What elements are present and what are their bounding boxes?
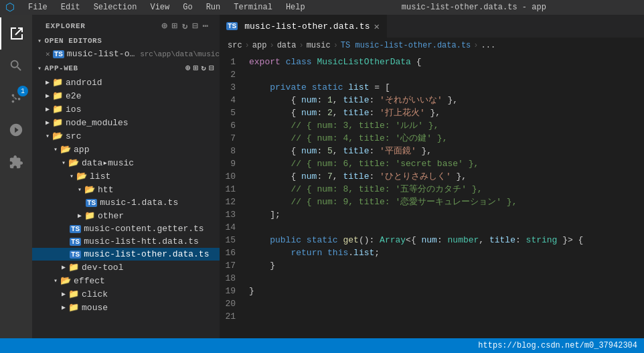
line-num-10: 10 xyxy=(220,170,246,183)
search-activity-icon[interactable] xyxy=(0,50,32,82)
code-editor[interactable]: 1 export class MusicListOtherData { 2 3 … xyxy=(220,53,644,338)
tree-mouse[interactable]: ▶ 📁 mouse xyxy=(32,301,220,314)
tree-htt[interactable]: ▾ 📂 htt xyxy=(32,183,220,196)
tab-ts-icon: TS xyxy=(226,22,238,30)
line-num-18: 18 xyxy=(220,272,246,285)
other-chevron: ▶ xyxy=(78,212,82,220)
code-line-13: 13 ]; xyxy=(220,208,644,221)
app-web-actions: ⊕ ⊞ ↻ ⊟ xyxy=(185,63,214,73)
htt-chevron: ▾ xyxy=(78,186,82,194)
source-control-badge: 1 xyxy=(17,86,28,96)
menu-view[interactable]: View xyxy=(146,3,173,12)
vscode-logo: ⬡ xyxy=(5,1,15,14)
debug-activity-icon[interactable] xyxy=(0,114,32,146)
node-modules-label: node_modules xyxy=(66,118,129,128)
tree-ios[interactable]: ▶ 📁 ios xyxy=(32,102,220,116)
extensions-activity-icon[interactable] xyxy=(0,146,32,178)
editor-area: TS music-list-other.data.ts ✕ src › app … xyxy=(220,15,644,338)
tree-node-modules[interactable]: ▶ 📁 node_modules xyxy=(32,116,220,129)
new-file-icon[interactable]: ⊕ xyxy=(161,20,167,31)
breadcrumb-sep-1: › xyxy=(245,41,250,50)
close-editor-icon[interactable]: ✕ xyxy=(46,50,50,58)
new-file-btn[interactable]: ⊕ xyxy=(185,63,191,73)
tree-effect[interactable]: ▾ 📂 effect xyxy=(32,274,220,287)
code-line-10: 10 { num: 7, title: 'ひとりさみしく' }, xyxy=(220,170,644,183)
refresh-icon[interactable]: ↻ xyxy=(182,20,188,31)
tree-e2e[interactable]: ▶ 📁 e2e xyxy=(32,89,220,102)
tree-other[interactable]: ▶ 📁 other xyxy=(32,209,220,222)
tree-music-list-htt[interactable]: TS music-list-htt.data.ts xyxy=(32,235,220,248)
tree-app[interactable]: ▾ 📂 app xyxy=(32,143,220,156)
open-editors-section[interactable]: ▾ OPEN EDITORS xyxy=(32,34,220,48)
line-num-11: 11 xyxy=(220,183,246,196)
status-url[interactable]: https://blog.csdn.net/m0_37942304 xyxy=(478,341,637,350)
tree-music-content-getter[interactable]: TS music-content.getter.ts xyxy=(32,222,220,235)
menu-edit[interactable]: Edit xyxy=(57,3,84,12)
line-num-2: 2 xyxy=(220,68,246,81)
line-num-16: 16 xyxy=(220,246,246,259)
app-web-section[interactable]: ▾ APP-WEB ⊕ ⊞ ↻ ⊟ xyxy=(32,60,220,76)
menu-terminal[interactable]: Terminal xyxy=(230,3,276,12)
code-line-6: 6 // { num: 3, title: 'ルル' }, xyxy=(220,119,644,132)
app-web-chevron: ▾ xyxy=(37,64,42,72)
tree-list[interactable]: ▾ 📂 list xyxy=(32,169,220,183)
tree-src[interactable]: ▾ 📂 src xyxy=(32,129,220,143)
e2e-label: e2e xyxy=(66,91,81,101)
folder-icon-data-music: 📂 xyxy=(68,157,79,168)
breadcrumb-data[interactable]: data xyxy=(277,41,297,50)
code-content-7: // { num: 4, title: '心の鍵' }, xyxy=(246,132,447,145)
more-actions-icon[interactable]: ⋯ xyxy=(203,20,209,31)
code-line-16: 16 return this.list; xyxy=(220,246,644,259)
code-line-7: 7 // { num: 4, title: '心の鍵' }, xyxy=(220,132,644,145)
line-num-9: 9 xyxy=(220,157,246,170)
collapse-all-icon[interactable]: ⊟ xyxy=(192,20,198,31)
e2e-chevron: ▶ xyxy=(46,92,50,100)
menu-run[interactable]: Run xyxy=(202,3,225,12)
ts-icon-list-other: TS xyxy=(70,251,81,259)
tree-android[interactable]: ▶ 📁 android xyxy=(32,76,220,89)
line-num-6: 6 xyxy=(220,119,246,132)
tree-music-1[interactable]: TS music-1.data.ts xyxy=(32,196,220,209)
menu-file[interactable]: File xyxy=(24,3,52,12)
tab-close-icon[interactable]: ✕ xyxy=(374,21,379,32)
effect-chevron: ▾ xyxy=(54,277,58,285)
tree-dev-tool[interactable]: ▶ 📁 dev-tool xyxy=(32,261,220,274)
breadcrumb-file[interactable]: TS music-list-other.data.ts xyxy=(341,41,471,50)
new-folder-icon[interactable]: ⊞ xyxy=(172,20,178,31)
menu-go[interactable]: Go xyxy=(179,3,196,12)
code-line-15: 15 public static get(): Array<{ num: num… xyxy=(220,234,644,246)
code-line-5: 5 { num: 2, title: '打上花火' }, xyxy=(220,107,644,119)
breadcrumb-more[interactable]: ... xyxy=(481,41,496,50)
dev-tool-label: dev-tool xyxy=(82,263,123,273)
mouse-chevron: ▶ xyxy=(62,303,66,311)
refresh-btn[interactable]: ↻ xyxy=(201,63,206,73)
ios-label: ios xyxy=(66,104,81,115)
tree-click[interactable]: ▶ 📁 click xyxy=(32,287,220,301)
breadcrumb-app[interactable]: app xyxy=(252,41,267,50)
tree-data-music[interactable]: ▾ 📂 data▸music xyxy=(32,156,220,169)
line-num-15: 15 xyxy=(220,234,246,246)
code-line-1: 1 export class MusicListOtherData { xyxy=(220,56,644,68)
line-num-5: 5 xyxy=(220,107,246,119)
explorer-activity-icon[interactable] xyxy=(0,17,32,50)
folder-icon-e2e: 📁 xyxy=(52,90,63,101)
source-control-activity-icon[interactable]: 1 xyxy=(0,82,32,114)
folder-icon-click: 📁 xyxy=(68,289,79,299)
breadcrumb-src[interactable]: src xyxy=(228,41,242,50)
collapse-btn[interactable]: ⊟ xyxy=(209,63,214,73)
folder-icon-app: 📂 xyxy=(60,144,71,155)
open-editor-path: src\app\data\music xyxy=(140,50,220,58)
breadcrumb-music[interactable]: music xyxy=(307,41,331,50)
editor-tab-active[interactable]: TS music-list-other.data.ts ✕ xyxy=(220,15,387,38)
open-editor-item[interactable]: ✕ TS music-list-other.data.ts src\app\da… xyxy=(32,48,220,60)
tree-music-list-other[interactable]: TS music-list-other.data.ts xyxy=(32,248,220,261)
menu-help[interactable]: Help xyxy=(282,3,309,12)
htt-label: htt xyxy=(98,185,113,195)
open-editor-filename: music-list-other.data.ts xyxy=(67,49,136,59)
app-web-label: APP-WEB xyxy=(45,64,78,72)
code-content-10: { num: 7, title: 'ひとりさみしく' }, xyxy=(246,170,467,183)
new-folder-btn[interactable]: ⊞ xyxy=(193,63,199,73)
data-music-chevron: ▾ xyxy=(62,159,66,167)
menu-selection[interactable]: Selection xyxy=(90,3,141,12)
breadcrumb-sep-4: › xyxy=(333,41,338,50)
